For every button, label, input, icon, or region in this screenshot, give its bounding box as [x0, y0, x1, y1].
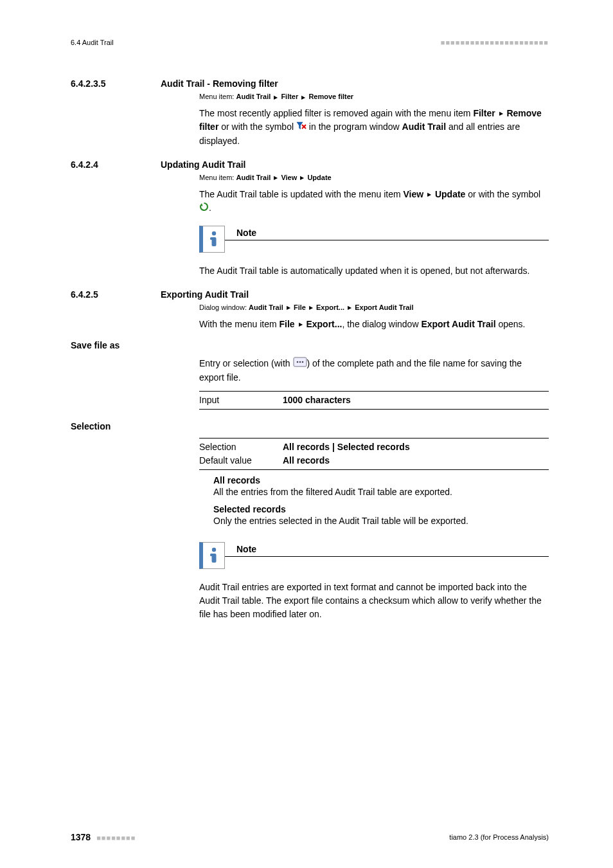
- svg-point-0: [211, 231, 215, 235]
- selection-table: Selection All records | Selected records…: [199, 438, 549, 470]
- field-label: Save file as: [71, 340, 199, 350]
- note-block: Note The Audit Trail table is automatica…: [199, 226, 549, 278]
- kv-key: Default value: [199, 454, 283, 467]
- header-dots: ■■■■■■■■■■■■■■■■■■■■■■: [441, 39, 549, 46]
- option: All records: [283, 442, 330, 452]
- menu-path: Menu item: Audit Trail ▶ Filter ▶ Remove…: [199, 93, 549, 100]
- text: Entry or selection (with: [199, 358, 293, 368]
- header-section: 6.4 Audit Trail: [71, 39, 114, 46]
- paragraph: The Audit Trail table is updated with th…: [199, 188, 549, 215]
- footer-product: tiamo 2.3 (for Process Analysis): [449, 833, 549, 841]
- text: or with the symbol: [465, 189, 540, 199]
- text-bold: Update: [435, 189, 465, 199]
- menu-seg: Audit Trail: [249, 303, 283, 311]
- section-number: 6.4.2.3.5: [71, 78, 161, 89]
- menu-seg: File: [294, 303, 306, 311]
- text-bold: Audit Trail: [402, 122, 446, 132]
- triangle-icon: ▶: [308, 305, 314, 311]
- section-title: Audit Trail - Removing filter: [161, 78, 278, 89]
- info-icon: [199, 226, 225, 253]
- paragraph: Entry or selection (with ) of the comple…: [199, 357, 549, 384]
- section-number: 6.4.2.4: [71, 159, 161, 170]
- refresh-icon: [199, 202, 209, 215]
- triangle-icon: ▶: [272, 95, 279, 100]
- info-icon: [199, 542, 225, 569]
- menu-seg: Export Audit Trail: [355, 303, 413, 311]
- svg-point-7: [211, 548, 215, 552]
- option-selected-records: Selected records Only the entries select…: [213, 504, 549, 528]
- note-body: Audit Trail entries are exported in text…: [199, 581, 549, 621]
- text-bold: Export Audit Trail: [421, 319, 495, 329]
- section-6425-heading: 6.4.2.5 Exporting Audit Trail: [71, 289, 549, 300]
- kv-value: 1000 characters: [283, 393, 351, 407]
- section-title: Exporting Audit Trail: [161, 289, 249, 300]
- svg-rect-2: [210, 237, 214, 240]
- option-title: Selected records: [213, 504, 549, 514]
- menu-seg: Remove filter: [308, 93, 353, 100]
- text-bold: Fil­ter: [473, 108, 495, 118]
- dialog-path: Dialog window: Audit Trail ▶ File ▶ Expo…: [199, 303, 549, 311]
- text: .: [209, 203, 211, 213]
- svg-rect-9: [210, 554, 214, 556]
- menu-seg: Audit Trail: [236, 93, 271, 100]
- triangle-icon: ▶: [298, 321, 304, 329]
- note-title: Note: [225, 542, 549, 557]
- menu-seg: Update: [307, 174, 331, 181]
- separator: |: [330, 442, 337, 452]
- section-64235-heading: 6.4.2.3.5 Audit Trail - Removing filter: [71, 78, 549, 89]
- option-title: All records: [213, 475, 549, 485]
- section-number: 6.4.2.5: [71, 289, 161, 300]
- option-body: All the entries from the filtered Audit …: [213, 485, 549, 499]
- menu-seg: Filter: [281, 93, 298, 100]
- page-footer: 1378 ■■■■■■■■ tiamo 2.3 (for Process Ana…: [71, 832, 549, 842]
- paragraph: The most recently applied filter is remo…: [199, 107, 549, 148]
- menu-prefix: Menu item:: [199, 174, 236, 181]
- text-bold: File: [280, 319, 295, 329]
- section-6424-heading: 6.4.2.4 Updating Audit Trail: [71, 159, 549, 170]
- text: or with the symbol: [218, 122, 296, 132]
- field-save-file-as: Save file as: [71, 340, 549, 350]
- kv-key: Selection: [199, 440, 283, 454]
- option: Selected records: [337, 442, 410, 452]
- footer-dots: ■■■■■■■■: [96, 834, 136, 842]
- dialog-prefix: Dialog window:: [199, 303, 249, 311]
- text-bold: View: [404, 189, 424, 199]
- triangle-icon: ▶: [346, 305, 353, 311]
- page-header: 6.4 Audit Trail ■■■■■■■■■■■■■■■■■■■■■■: [71, 39, 549, 46]
- svg-point-5: [299, 361, 301, 363]
- triangle-icon: ▶: [272, 175, 279, 181]
- text: in the program window: [306, 122, 402, 132]
- text: With the menu item: [199, 319, 280, 329]
- menu-seg: Export...: [316, 303, 344, 311]
- field-label: Selection: [71, 421, 199, 431]
- triangle-icon: ▶: [498, 110, 504, 118]
- menu-seg: Audit Trail: [236, 174, 271, 181]
- menu-prefix: Menu item:: [199, 93, 236, 100]
- note-title: Note: [225, 226, 549, 240]
- svg-point-6: [301, 361, 303, 363]
- paragraph: With the menu item File ▶ Export..., the…: [199, 318, 549, 331]
- text-bold: Export...: [306, 319, 342, 329]
- kv-value: All records: [283, 454, 330, 467]
- svg-point-4: [296, 361, 298, 363]
- text: , the dialog window: [342, 319, 421, 329]
- menu-path: Menu item: Audit Trail ▶ View ▶ Update: [199, 174, 549, 181]
- browse-icon: [293, 357, 307, 371]
- text: The most recently applied filter is remo…: [199, 108, 473, 118]
- note-block: Note Audit Trail entries are exported in…: [199, 542, 549, 621]
- triangle-icon: ▶: [300, 95, 306, 100]
- triangle-icon: ▶: [299, 175, 305, 181]
- menu-seg: View: [281, 174, 297, 181]
- kv-value: All records | Selected records: [283, 440, 410, 454]
- filter-remove-icon: [296, 121, 306, 134]
- section-title: Updating Audit Trail: [161, 159, 245, 170]
- input-table: Input 1000 characters: [199, 391, 549, 410]
- text: The Audit Trail table is updated with th…: [199, 189, 404, 199]
- option-all-records: All records All the entries from the fil…: [213, 475, 549, 499]
- kv-key: Input: [199, 393, 283, 407]
- triangle-icon: ▶: [285, 305, 292, 311]
- option-body: Only the entries selected in the Audit T…: [213, 514, 549, 528]
- page-number: 1378: [71, 832, 91, 842]
- note-body: The Audit Trail table is automatically u…: [199, 264, 549, 278]
- field-selection: Selection: [71, 421, 549, 431]
